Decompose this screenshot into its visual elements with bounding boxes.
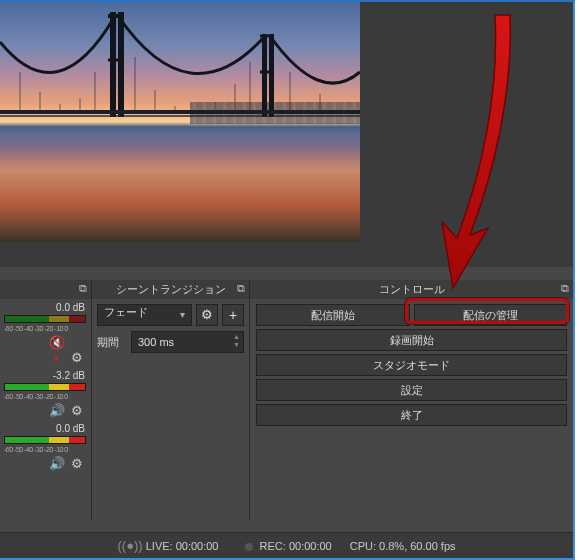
chevron-down-icon: ▾ (180, 309, 185, 320)
db-value: -3.2 dB (4, 370, 85, 381)
preview-area (0, 2, 573, 267)
docks-row: ⧉ 0.0 dB -60 -50 -40 -30 -20 -10 0 🔇✕ ⚙ … (0, 280, 573, 520)
mixer-track: 0.0 dB -60 -50 -40 -30 -20 -10 0 🔊 ⚙ (0, 420, 91, 473)
panel-title: シーントランジション (116, 282, 226, 297)
panel-title: コントロール (379, 282, 445, 297)
duration-label: 期間 (97, 335, 127, 350)
db-value: 0.0 dB (4, 302, 85, 313)
scene-transitions-panel: シーントランジション ⧉ フェード ▾ ⚙ + 期間 300 ms ▲▼ (92, 280, 250, 520)
studio-mode-button[interactable]: スタジオモード (256, 354, 567, 376)
transition-select[interactable]: フェード ▾ (97, 304, 192, 326)
gear-icon[interactable]: ⚙ (69, 456, 85, 471)
vu-meter (4, 436, 86, 444)
vu-meter (4, 315, 86, 323)
manage-stream-button[interactable]: 配信の管理 (414, 304, 568, 326)
add-transition-button[interactable]: + (222, 304, 244, 326)
vu-meter (4, 383, 86, 391)
popout-icon[interactable]: ⧉ (79, 282, 87, 295)
preview-image (0, 2, 360, 242)
audio-mixer-panel: ⧉ 0.0 dB -60 -50 -40 -30 -20 -10 0 🔇✕ ⚙ … (0, 280, 92, 520)
rec-time: 00:00:00 (289, 540, 332, 552)
exit-button[interactable]: 終了 (256, 404, 567, 426)
status-bar: ((●)) LIVE: 00:00:00 REC: 00:00:00 CPU: … (0, 532, 573, 558)
speaker-muted-icon[interactable]: 🔇✕ (49, 335, 65, 365)
speaker-icon[interactable]: 🔊 (49, 403, 65, 418)
app-frame: ⧉ 0.0 dB -60 -50 -40 -30 -20 -10 0 🔇✕ ⚙ … (0, 0, 575, 560)
gear-icon[interactable]: ⚙ (69, 350, 85, 365)
cpu-stats: CPU: 0.8%, 60.00 fps (350, 540, 456, 552)
popout-icon[interactable]: ⧉ (561, 282, 569, 295)
live-label: LIVE: (146, 540, 173, 552)
transition-settings-button[interactable]: ⚙ (196, 304, 218, 326)
mixer-track: 0.0 dB -60 -50 -40 -30 -20 -10 0 🔇✕ ⚙ (0, 299, 91, 367)
mixer-track: -3.2 dB -60 -50 -40 -30 -20 -10 0 🔊 ⚙ (0, 367, 91, 420)
start-record-button[interactable]: 録画開始 (256, 329, 567, 351)
duration-input[interactable]: 300 ms ▲▼ (131, 331, 244, 353)
settings-button[interactable]: 設定 (256, 379, 567, 401)
rec-indicator-icon (245, 543, 253, 551)
start-stream-button[interactable]: 配信開始 (256, 304, 410, 326)
speaker-icon[interactable]: 🔊 (49, 456, 65, 471)
rec-label: REC: (260, 540, 286, 552)
db-value: 0.0 dB (4, 423, 85, 434)
spinner-arrows-icon[interactable]: ▲▼ (233, 333, 240, 349)
popout-icon[interactable]: ⧉ (237, 282, 245, 295)
live-time: 00:00:00 (176, 540, 219, 552)
broadcast-icon: ((●)) (117, 538, 142, 553)
controls-panel: コントロール ⧉ 配信開始 配信の管理 録画開始 スタジオモード 設定 終了 (250, 280, 573, 520)
gear-icon[interactable]: ⚙ (69, 403, 85, 418)
